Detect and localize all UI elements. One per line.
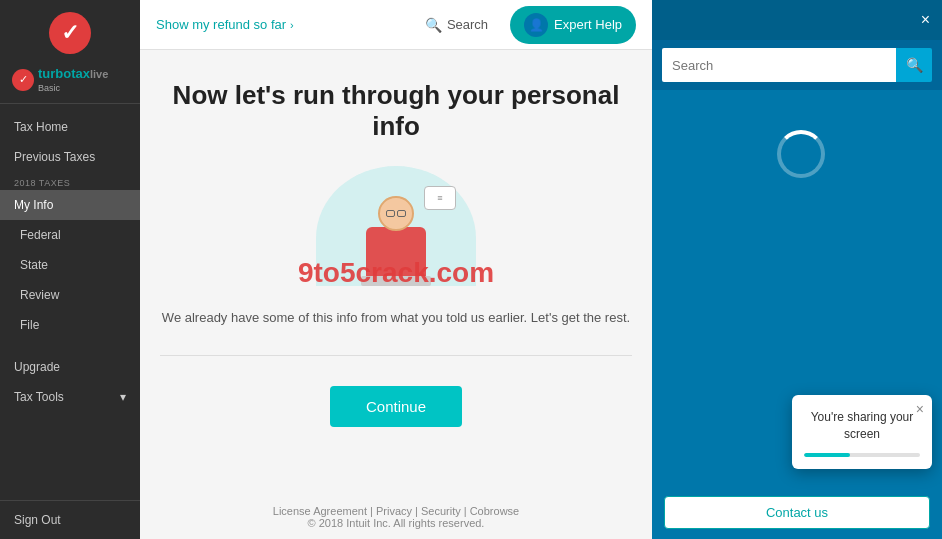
sharing-progress-bar-container <box>804 453 920 457</box>
sign-out-button[interactable]: Sign Out <box>14 513 126 527</box>
page-body: 9to5crack.com Now let's run through your… <box>140 50 652 495</box>
sidebar-item-tax-tools[interactable]: Tax Tools ▾ <box>0 382 140 412</box>
right-panel-close-button[interactable]: × <box>921 12 930 28</box>
page-title: Now let's run through your personal info <box>160 80 632 142</box>
figure-head <box>378 196 414 231</box>
sharing-popup: × You're sharing your screen <box>792 395 932 469</box>
sidebar-item-previous-taxes[interactable]: Previous Taxes <box>0 142 140 172</box>
page-footer: License Agreement | Privacy | Security |… <box>140 495 652 539</box>
sidebar-logo-area: ✓ <box>0 0 140 62</box>
loading-spinner <box>777 130 817 170</box>
search-button[interactable]: 🔍 Search <box>415 12 498 38</box>
sidebar-item-federal[interactable]: Federal <box>0 220 140 250</box>
figure-laptop <box>361 276 431 286</box>
logo-checkmark: ✓ <box>49 12 91 54</box>
contact-us-area: Contact us <box>652 486 942 539</box>
search-submit-button[interactable]: 🔍 <box>896 48 932 82</box>
expert-avatar: 👤 <box>524 13 548 37</box>
sidebar-item-upgrade[interactable]: Upgrade <box>0 352 140 382</box>
right-panel-search: 🔍 <box>652 40 942 90</box>
sidebar-nav: Tax Home Previous Taxes 2018 TAXES My In… <box>0 104 140 500</box>
search-icon: 🔍 <box>906 57 923 73</box>
sidebar-item-file[interactable]: File <box>0 310 140 340</box>
search-icon: 🔍 <box>425 17 442 33</box>
sidebar-item-tax-home[interactable]: Tax Home <box>0 112 140 142</box>
chat-bubble: ≡ <box>424 186 456 210</box>
footer-copyright: © 2018 Intuit Inc. All rights reserved. <box>150 517 642 529</box>
search-input[interactable] <box>662 48 896 82</box>
brand-area: ✓ turbotaxlive Basic <box>0 62 140 104</box>
main-content: Show my refund so far › 🔍 Search 👤 Exper… <box>140 0 652 539</box>
contact-us-button[interactable]: Contact us <box>664 496 930 529</box>
page-description: We already have some of this info from w… <box>162 310 630 325</box>
sharing-progress-fill <box>804 453 850 457</box>
sidebar: ✓ ✓ turbotaxlive Basic Tax Home Previous… <box>0 0 140 539</box>
sidebar-item-review[interactable]: Review <box>0 280 140 310</box>
right-panel: × 🔍 × You're sharing your screen Contact… <box>652 0 942 539</box>
sidebar-footer: Sign Out <box>0 500 140 539</box>
refund-link[interactable]: Show my refund so far › <box>156 17 294 32</box>
sharing-popup-text: You're sharing your screen <box>804 409 920 443</box>
brand-icon: ✓ <box>12 69 34 91</box>
figure-body <box>366 227 426 276</box>
continue-button[interactable]: Continue <box>330 386 462 427</box>
expert-help-button[interactable]: 👤 Expert Help <box>510 6 636 44</box>
illustration: ≡ <box>316 166 476 286</box>
footer-links: License Agreement | Privacy | Security |… <box>150 505 642 517</box>
chevron-right-icon: › <box>290 19 294 31</box>
nav-section-label: 2018 TAXES <box>0 172 140 190</box>
sidebar-item-my-info[interactable]: My Info <box>0 190 140 220</box>
brand-plan: Basic <box>38 83 108 93</box>
chevron-down-icon: ▾ <box>120 390 126 404</box>
divider <box>160 355 632 356</box>
right-panel-header: × <box>652 0 942 40</box>
brand-name: turbotaxlive <box>38 66 108 81</box>
sidebar-item-state[interactable]: State <box>0 250 140 280</box>
figure: ≡ <box>356 196 436 286</box>
sharing-popup-close-button[interactable]: × <box>916 401 924 417</box>
top-bar: Show my refund so far › 🔍 Search 👤 Exper… <box>140 0 652 50</box>
